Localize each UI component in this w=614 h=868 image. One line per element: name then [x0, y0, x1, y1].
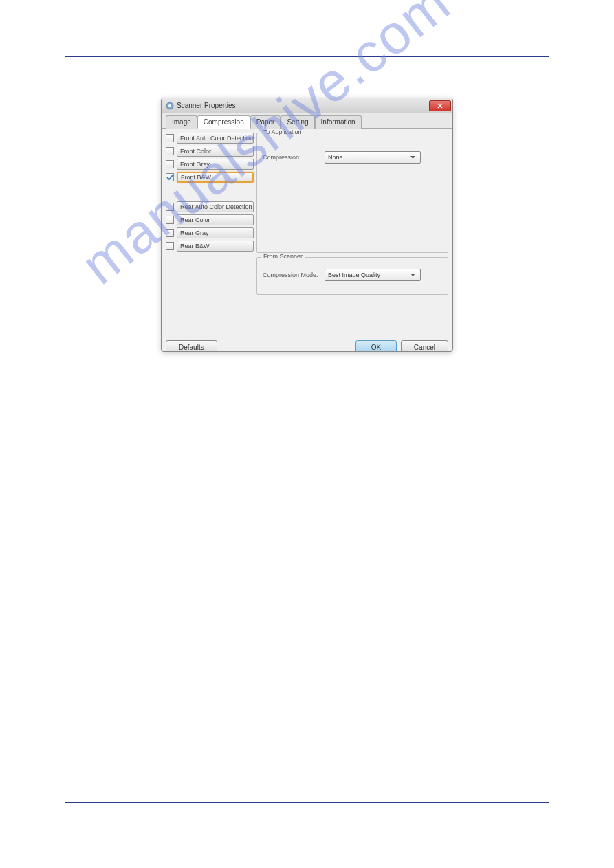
compression-label: Compression: — [263, 154, 325, 161]
compression-field-row: Compression: None — [263, 151, 442, 164]
checkbox-front-bw[interactable] — [166, 173, 174, 181]
close-button[interactable] — [429, 100, 451, 111]
from-scanner-group: From Scanner Compression Mode: Best Imag… — [256, 257, 448, 295]
dialog-button-row: Defaults OK Cancel — [162, 340, 452, 352]
option-button-rear-gray[interactable]: Rear Gray — [177, 227, 254, 238]
dialog-body: Front Auto Color Detection Front Color F… — [162, 129, 452, 340]
compression-mode-label: Compression Mode: — [263, 271, 325, 278]
option-button-front-color[interactable]: Front Color — [177, 146, 254, 157]
checkbox-front-gray[interactable] — [166, 160, 174, 168]
option-spacer — [166, 185, 254, 201]
checkbox-rear-auto[interactable] — [166, 203, 174, 211]
ok-button[interactable]: OK — [355, 340, 397, 352]
titlebar[interactable]: Scanner Properties — [162, 98, 452, 113]
tab-information[interactable]: Information — [315, 115, 362, 129]
from-scanner-label: From Scanner — [261, 253, 305, 260]
compression-dropdown[interactable]: None — [325, 151, 421, 164]
checkbox-rear-gray[interactable] — [166, 229, 174, 237]
checkbox-rear-color[interactable] — [166, 216, 174, 224]
option-row-front-gray: Front Gray — [166, 159, 254, 170]
tab-bar: Image Compression Paper Setting Informat… — [162, 113, 452, 129]
option-button-front-auto[interactable]: Front Auto Color Detection — [177, 133, 254, 144]
option-button-rear-color[interactable]: Rear Color — [177, 214, 254, 225]
compression-mode-dropdown[interactable]: Best Image Quality — [325, 269, 421, 281]
app-icon — [166, 102, 174, 110]
tab-image[interactable]: Image — [166, 115, 197, 129]
page-bottom-rule — [65, 802, 549, 803]
option-row-front-color: Front Color — [166, 146, 254, 157]
option-button-front-gray[interactable]: Front Gray — [177, 159, 254, 170]
option-row-rear-gray: Rear Gray — [166, 227, 254, 238]
option-row-rear-auto: Rear Auto Color Detection — [166, 201, 254, 212]
tab-paper[interactable]: Paper — [250, 115, 281, 129]
settings-panel: To Application Compression: None From Sc… — [256, 133, 448, 336]
compression-value: None — [328, 154, 408, 161]
tab-setting[interactable]: Setting — [281, 115, 314, 129]
compression-mode-value: Best Image Quality — [328, 271, 408, 278]
svg-point-1 — [168, 104, 171, 107]
dialog-title: Scanner Properties — [177, 102, 429, 109]
tab-compression[interactable]: Compression — [197, 115, 250, 129]
option-row-front-bw: Front B&W — [166, 172, 254, 183]
close-icon — [437, 103, 443, 109]
option-row-front-auto: Front Auto Color Detection — [166, 133, 254, 144]
checkbox-rear-bw[interactable] — [166, 242, 174, 250]
cancel-button[interactable]: Cancel — [401, 340, 448, 352]
chevron-down-icon — [408, 274, 417, 277]
side-options-panel: Front Auto Color Detection Front Color F… — [166, 133, 254, 336]
checkbox-front-color[interactable] — [166, 147, 174, 155]
compression-mode-field-row: Compression Mode: Best Image Quality — [263, 269, 442, 281]
option-button-rear-bw[interactable]: Rear B&W — [177, 241, 254, 252]
chevron-down-icon — [408, 156, 417, 159]
checkbox-front-auto[interactable] — [166, 134, 174, 142]
option-row-rear-color: Rear Color — [166, 214, 254, 225]
button-spacer — [221, 340, 351, 352]
option-button-rear-auto[interactable]: Rear Auto Color Detection — [177, 201, 254, 212]
option-row-rear-bw: Rear B&W — [166, 241, 254, 252]
scanner-properties-dialog: Scanner Properties Image Compression Pap… — [161, 98, 453, 352]
to-application-label: To Application — [261, 129, 304, 135]
check-icon — [166, 174, 173, 181]
to-application-group: To Application Compression: None — [256, 133, 448, 253]
page-top-rule — [65, 56, 549, 57]
option-button-front-bw[interactable]: Front B&W — [177, 172, 254, 183]
defaults-button[interactable]: Defaults — [166, 340, 217, 352]
